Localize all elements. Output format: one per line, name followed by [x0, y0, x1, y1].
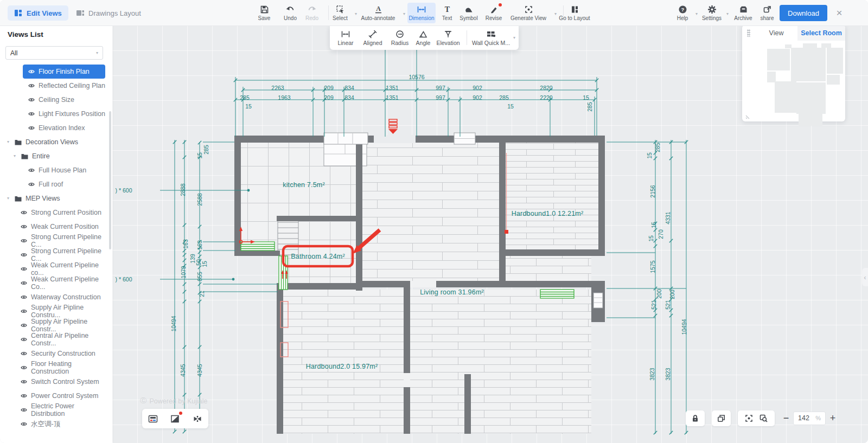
eye-icon[interactable]	[28, 181, 35, 188]
zoom-out-button[interactable]: −	[779, 410, 793, 426]
sidebar-item-supply-air-pipline-constru[interactable]: Supply Air Pipline Constru...	[15, 304, 110, 318]
background-fill-button[interactable]	[169, 412, 182, 425]
room-label-hardbound2[interactable]: Hardbound2.0 15.97m²	[306, 363, 378, 370]
chevron-down-icon[interactable]: ▾	[5, 140, 11, 144]
sidebar-item-full-house-plan[interactable]: Full House Plan	[23, 163, 110, 177]
fit-view-icon[interactable]	[744, 414, 754, 423]
legend-card-button[interactable]	[146, 412, 159, 425]
minimap[interactable]	[742, 41, 845, 121]
elevation-button[interactable]: Elevation	[433, 28, 463, 48]
sidebar-item-strong-current-pipeline-c[interactable]: Strong Current Pipeline C...	[15, 234, 110, 248]
chevron-down-icon[interactable]: ▾	[12, 154, 17, 158]
tab-view[interactable]: View	[757, 25, 795, 41]
eye-icon[interactable]	[21, 294, 27, 300]
sidebar-item-decoration-views[interactable]: ▾Decoration Views	[0, 135, 110, 149]
eye-icon[interactable]	[21, 336, 27, 343]
dimension-button[interactable]: Dimension	[407, 3, 436, 23]
room-label-hardbound1[interactable]: Hardbound1.0 12.21m²	[512, 210, 584, 217]
radius-button[interactable]: Radius	[387, 28, 412, 48]
eye-icon[interactable]	[21, 223, 27, 230]
wall-quick-button[interactable]: Wall Quick M...	[470, 28, 512, 48]
eye-icon[interactable]	[21, 209, 27, 216]
sidebar-item-weak-current-pipeline-co[interactable]: Weak Current Pipeline Co...	[15, 276, 110, 290]
sidebar-item-supply-air-pipeline-constr[interactable]: Supply Air Pipeline Constr...	[15, 318, 110, 332]
sidebar-item-floor-finish-plan[interactable]: Floor Finish Plan	[23, 65, 105, 79]
zoom-in-button[interactable]: +	[826, 410, 840, 426]
eye-icon[interactable]	[21, 252, 27, 258]
sidebar-item-weak-current-pipeline-co[interactable]: Weak Current Pipeline co...	[15, 262, 110, 276]
sidebar-item-power-control-system[interactable]: Power Control System	[15, 389, 110, 403]
connection-button[interactable]	[191, 412, 204, 425]
resize-handle-icon[interactable]	[745, 111, 752, 119]
close-icon[interactable]: ×	[832, 7, 846, 20]
eye-icon[interactable]	[21, 378, 27, 385]
save-button[interactable]: Save	[252, 3, 276, 23]
eye-icon[interactable]	[21, 407, 27, 413]
chevron-down-icon[interactable]: ▾	[726, 12, 729, 16]
eye-icon[interactable]	[28, 167, 35, 174]
eye-icon[interactable]	[21, 308, 27, 314]
chevron-down-icon[interactable]: ▾	[5, 196, 11, 201]
sidebar-item-waterway-construction[interactable]: Waterway Construction	[15, 290, 110, 304]
sidebar-item-elevation-index[interactable]: Elevation Index	[23, 121, 110, 135]
zoom-value[interactable]: 142	[798, 414, 809, 422]
sidebar-scrollbar[interactable]	[109, 111, 111, 249]
text-button[interactable]: T Text	[436, 3, 458, 23]
download-button[interactable]: Download	[780, 5, 827, 21]
zoom-region-icon[interactable]	[759, 414, 768, 423]
eye-icon[interactable]	[21, 237, 27, 244]
symbol-button[interactable]: Symbol	[456, 3, 482, 23]
sidebar-item-mep-views[interactable]: ▾MEP Views	[0, 191, 110, 206]
auto-annotate-button[interactable]: A Auto-annotate ▾	[354, 3, 402, 23]
tab-edit-views[interactable]: Edit Views	[8, 5, 68, 21]
eye-icon[interactable]	[28, 125, 35, 131]
redo-button[interactable]: Redo	[300, 3, 324, 23]
drag-handle-icon[interactable]	[747, 29, 750, 37]
zoom-level-input[interactable]: 142 %	[793, 412, 826, 425]
eye-icon[interactable]	[28, 111, 35, 117]
revise-button[interactable]: Revise	[481, 3, 506, 23]
sidebar-item-central-air-pipeline-constr[interactable]: Central Air Pipeline Constr...	[15, 332, 110, 346]
generate-view-button[interactable]: Generate View ▾	[503, 3, 553, 23]
views-filter-select[interactable]: All ▾	[5, 46, 103, 60]
collapse-panel-icon[interactable]: ‹	[862, 268, 868, 286]
sidebar-item-weak-current-position[interactable]: Weak Current Position	[15, 220, 110, 234]
eye-icon[interactable]	[28, 97, 35, 103]
eye-icon[interactable]	[21, 266, 27, 272]
duplicate-button[interactable]	[712, 410, 731, 426]
room-label-bathroom[interactable]: Bathroom 4.24m²	[291, 253, 345, 260]
sidebar-item-entire[interactable]: ▾Entire	[0, 149, 110, 163]
tab-select-room[interactable]: Select Room	[797, 25, 845, 41]
room-label-living[interactable]: Living room 31.96m²	[420, 288, 484, 296]
sidebar-item-reflected-ceiling-plan[interactable]: Reflected Ceiling Plan	[23, 79, 110, 93]
sidebar-item-security-construction[interactable]: Security Construction	[15, 346, 110, 361]
aligned-button[interactable]: Aligned	[359, 28, 386, 48]
sidebar-item-electric-power-distribution[interactable]: Electric Power Distribution	[15, 403, 110, 417]
lock-button[interactable]	[686, 410, 705, 426]
sidebar-item-strong-current-position[interactable]: Strong Current Position	[15, 206, 110, 220]
eye-icon[interactable]	[28, 68, 35, 75]
sidebar-item-ceiling-size[interactable]: Ceiling Size	[23, 93, 110, 107]
linear-button[interactable]: Linear	[333, 28, 358, 48]
settings-button[interactable]: Settings ▾	[698, 3, 725, 23]
eye-icon[interactable]	[21, 280, 27, 286]
sidebar-item-strong-current-pipeline-c[interactable]: Strong Current Pipeline C...	[15, 248, 110, 262]
eye-icon[interactable]	[21, 350, 27, 357]
sidebar-item-full-roof[interactable]: Full roof	[23, 177, 110, 191]
select-button[interactable]: Select ▾	[327, 3, 354, 23]
sidebar-item-floor-heating-construction[interactable]: Floor Heating Construction	[15, 361, 110, 375]
sidebar-item-light-fixtures-position[interactable]: Light Fixtures Position	[23, 107, 110, 121]
eye-icon[interactable]	[21, 421, 27, 427]
tab-drawings-layout[interactable]: Drawings Layout	[69, 5, 148, 21]
eye-icon[interactable]	[28, 82, 35, 89]
eye-icon[interactable]	[21, 364, 27, 371]
share-button[interactable]: share	[755, 3, 779, 23]
archive-button[interactable]: Archive	[730, 3, 756, 23]
eye-icon[interactable]	[21, 322, 27, 329]
angle-button[interactable]: Angle	[412, 28, 435, 48]
help-button[interactable]: ? Help ▾	[671, 3, 694, 23]
eye-icon[interactable]	[21, 393, 27, 399]
room-label-kitchen[interactable]: kitchen 7.5m²	[283, 181, 325, 189]
chevron-down-icon[interactable]: ▾	[695, 12, 698, 16]
sidebar-item-switch-control-system[interactable]: Switch Control System	[15, 375, 110, 389]
